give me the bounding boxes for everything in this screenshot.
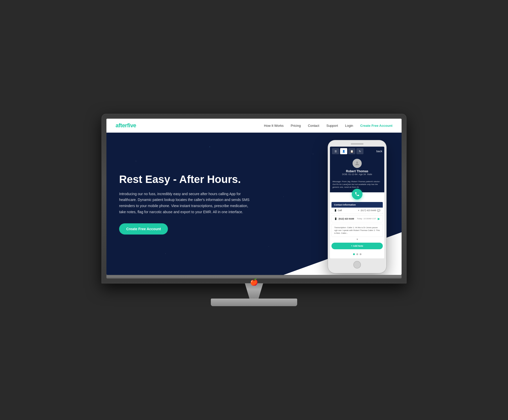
menu-icon: ☰ [335,150,337,153]
transcription: Transcription: Caller 1: Hi this is Dr J… [331,224,383,237]
monitor-bottom-bar [106,275,402,278]
dot-2 [356,253,358,255]
phone-nav-bar: ☰ 👤 📋 ↻ [330,147,384,156]
call-log-phone-icon: 📱 [334,217,337,220]
phone-screen: ☰ 👤 📋 ↻ [330,147,384,258]
nav-links: How It Works Pricing Contact Support Log… [264,123,392,128]
cell-label: Cell [338,209,357,212]
dropdown-icon: ▼ [358,209,360,212]
add-note-button[interactable]: + Add Note [331,243,383,249]
patient-info: Robert Thomas DOB: 01-12-84 Age 34 Male [330,156,384,179]
call-log: 📱 (612) 423 6449 Today 10:30AM CST ▶ [331,215,383,222]
nav-support[interactable]: Support [326,124,338,128]
nav-login[interactable]: Login [345,124,353,128]
phone-profile-btn[interactable]: 👤 [340,148,347,154]
call-button-container [330,189,384,199]
phone-menu-btn[interactable]: ☰ [332,148,339,154]
phone-home-button[interactable] [353,261,361,269]
dot-3 [360,253,361,255]
refresh-icon: ↻ [359,150,361,153]
patient-avatar [353,159,362,168]
phone-refresh-btn[interactable]: ↻ [356,148,363,154]
hero-title: Rest Easy - After Hours. [119,173,251,186]
monitor-bezel: afterfive How It Works Pricing Contact S… [102,114,406,283]
phone-back-label[interactable]: back [376,150,382,153]
nav-create-account[interactable]: Create Free Account [360,124,392,128]
logo-text-five: five [127,122,136,129]
site-logo: afterfive [116,122,136,129]
contact-section: Contact Information 📱 Cell ▼ (617) 423 6… [331,202,383,214]
nav-pricing[interactable]: Pricing [291,124,301,128]
patient-dob: DOB: 01-12-84 Age 34 Male [332,173,382,176]
monitor-stand-base [211,299,297,306]
phone-notes-btn[interactable]: 📋 [348,148,355,154]
hero-description: Introducing our no fuss, incredibly easy… [119,191,251,215]
sms-icon: 💬 [377,209,380,212]
chevron-down-icon: ▾ [330,238,384,241]
cell-number: (617) 423 6449 [361,209,376,212]
call-log-date: Today 10:30AM CST [357,217,376,220]
monitor-wrapper: afterfive How It Works Pricing Contact S… [102,114,406,306]
phone-frame: ☰ 👤 📋 ↻ [328,140,386,273]
call-button[interactable] [352,189,362,199]
call-log-info: (612) 423 6449 [339,217,355,220]
phone-top [330,143,384,145]
hero-content: Rest Easy - After Hours. Introducing our… [106,158,264,250]
navigation: afterfive How It Works Pricing Contact S… [106,119,402,133]
patient-name: Robert Thomas [332,169,382,173]
cell-icon: 📱 [334,209,337,212]
website: afterfive How It Works Pricing Contact S… [106,119,402,275]
apple-logo-icon: 🍎 [250,278,258,286]
phone-dots [330,251,384,256]
svg-point-0 [356,162,358,163]
phone-speaker [351,143,363,145]
phone-mockup: ☰ 👤 📋 ↻ [328,140,386,273]
contact-header: Contact Information [331,202,383,208]
hero-cta-button[interactable]: Create Free Account [119,223,168,235]
logo-text-after: after [116,122,127,129]
call-log-number: (612) 423 6449 [339,217,355,220]
nav-how-it-works[interactable]: How It Works [264,124,283,128]
hero-section: Rest Easy - After Hours. Introducing our… [106,133,402,275]
monitor-inner: afterfive How It Works Pricing Contact S… [106,119,402,275]
profile-icon: 👤 [342,150,345,153]
play-icon[interactable]: ▶ [378,217,380,221]
notes-icon: 📋 [350,150,353,153]
dot-1 [353,253,355,255]
contact-row: 📱 Cell ▼ (617) 423 6449 💬 [331,208,383,214]
nav-contact[interactable]: Contact [308,124,319,128]
